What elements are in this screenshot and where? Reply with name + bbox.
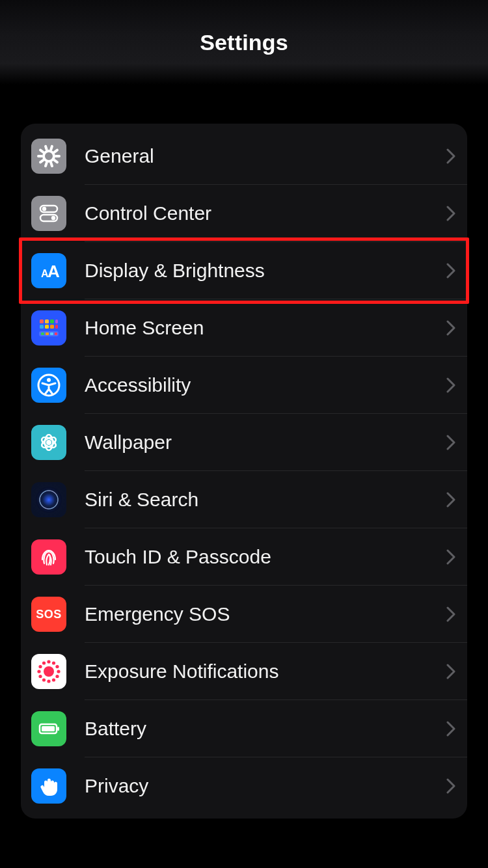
svg-point-53	[42, 661, 46, 664]
svg-rect-24	[55, 325, 58, 329]
svg-rect-22	[45, 325, 49, 329]
settings-row-control-center[interactable]: Control Center	[21, 185, 467, 242]
svg-text:SOS: SOS	[36, 608, 62, 621]
svg-point-12	[42, 207, 46, 211]
svg-text:A: A	[47, 262, 60, 281]
svg-rect-23	[50, 325, 54, 329]
svg-rect-17	[40, 319, 44, 323]
settings-row-general[interactable]: General	[21, 128, 467, 185]
svg-rect-26	[41, 332, 44, 335]
settings-row-wallpaper[interactable]: Wallpaper	[21, 414, 467, 471]
settings-row-label: Exposure Notifications	[85, 660, 446, 683]
svg-rect-29	[55, 332, 57, 335]
sos-icon: SOS	[31, 597, 66, 632]
svg-rect-18	[45, 319, 49, 323]
settings-row-battery[interactable]: Battery	[21, 700, 467, 757]
svg-line-7	[40, 150, 43, 152]
settings-row-privacy[interactable]: Privacy	[21, 757, 467, 815]
svg-point-56	[55, 665, 59, 668]
svg-point-50	[38, 675, 42, 678]
svg-point-48	[47, 679, 50, 683]
svg-point-54	[47, 660, 50, 663]
svg-point-44	[44, 666, 54, 677]
chevron-right-icon	[446, 148, 455, 164]
settings-row-siri-search[interactable]: Siri & Search	[21, 471, 467, 528]
svg-rect-28	[50, 332, 53, 335]
svg-point-55	[52, 661, 55, 664]
siri-icon	[31, 482, 66, 517]
settings-row-label: Privacy	[85, 775, 446, 797]
toggles-icon	[31, 196, 66, 231]
svg-rect-21	[40, 325, 44, 329]
svg-line-2	[55, 160, 57, 162]
settings-row-label: Battery	[85, 718, 446, 740]
svg-point-45	[57, 670, 60, 673]
chevron-right-icon	[446, 549, 455, 565]
chevron-right-icon	[446, 721, 455, 737]
settings-row-label: Siri & Search	[85, 489, 446, 511]
svg-point-49	[42, 678, 46, 681]
svg-point-47	[52, 678, 55, 681]
battery-icon	[31, 711, 66, 746]
svg-point-52	[38, 665, 42, 668]
chevron-right-icon	[446, 606, 455, 622]
settings-group: GeneralControl CenterAADisplay & Brightn…	[21, 124, 467, 819]
svg-point-46	[55, 675, 59, 678]
settings-row-label: Emergency SOS	[85, 603, 446, 625]
settings-row-touch-id-passcode[interactable]: Touch ID & Passcode	[21, 528, 467, 586]
home-grid-icon	[31, 310, 66, 346]
settings-row-label: General	[85, 145, 446, 167]
settings-row-label: Touch ID & Passcode	[85, 546, 446, 568]
svg-line-4	[46, 163, 47, 166]
svg-point-51	[37, 670, 40, 673]
settings-row-label: Accessibility	[85, 374, 446, 396]
chevron-right-icon	[446, 206, 455, 221]
svg-rect-59	[57, 727, 59, 731]
hand-icon	[31, 768, 66, 804]
svg-rect-27	[46, 332, 49, 335]
svg-line-5	[40, 160, 43, 162]
chevron-right-icon	[446, 263, 455, 278]
exposure-icon	[31, 654, 66, 689]
flower-icon	[31, 425, 66, 460]
header-bar: Settings	[0, 0, 488, 85]
fingerprint-icon	[31, 539, 66, 575]
page-title: Settings	[200, 30, 288, 55]
content-area: GeneralControl CenterAADisplay & Brightn…	[0, 85, 488, 838]
settings-row-display-brightness[interactable]: AADisplay & Brightness	[21, 242, 467, 299]
svg-point-0	[44, 151, 54, 161]
settings-row-label: Display & Brightness	[85, 260, 446, 282]
svg-rect-20	[55, 319, 58, 323]
svg-point-31	[47, 378, 51, 382]
svg-point-38	[47, 441, 51, 444]
settings-row-exposure-notifications[interactable]: Exposure Notifications	[21, 643, 467, 700]
chevron-right-icon	[446, 492, 455, 508]
chevron-right-icon	[446, 664, 455, 679]
svg-rect-58	[42, 726, 55, 731]
accessibility-icon	[31, 368, 66, 403]
svg-rect-19	[50, 319, 54, 323]
settings-row-label: Home Screen	[85, 317, 446, 339]
chevron-right-icon	[446, 435, 455, 450]
svg-line-9	[51, 146, 52, 150]
chevron-right-icon	[446, 320, 455, 336]
svg-point-14	[51, 216, 55, 220]
text-size-icon: AA	[31, 253, 66, 288]
svg-line-8	[46, 146, 47, 150]
settings-row-label: Wallpaper	[85, 431, 446, 454]
settings-row-accessibility[interactable]: Accessibility	[21, 357, 467, 414]
settings-row-label: Control Center	[85, 202, 446, 224]
svg-line-3	[51, 163, 52, 166]
gear-icon	[31, 139, 66, 174]
settings-row-home-screen[interactable]: Home Screen	[21, 299, 467, 357]
chevron-right-icon	[446, 377, 455, 393]
chevron-right-icon	[446, 778, 455, 794]
settings-row-emergency-sos[interactable]: SOSEmergency SOS	[21, 586, 467, 643]
svg-line-10	[55, 150, 57, 152]
